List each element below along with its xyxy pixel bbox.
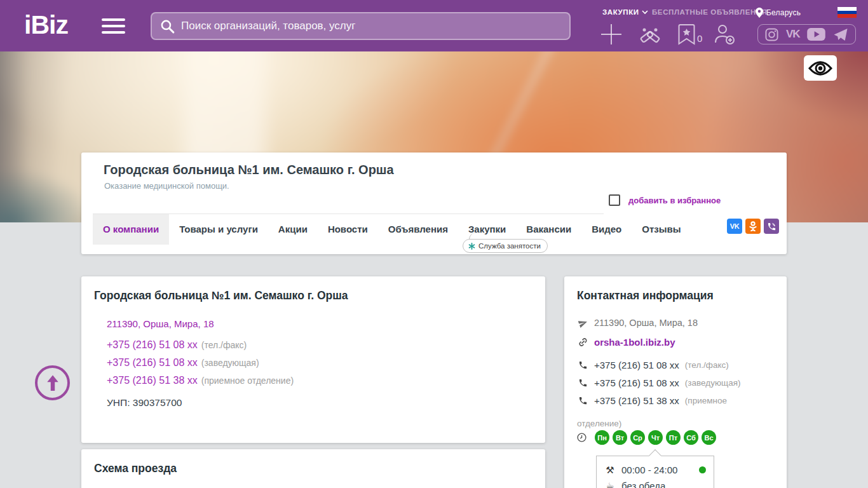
- purchases-link[interactable]: ЗАКУПКИ: [602, 8, 648, 16]
- chevron-down-icon: [642, 8, 648, 16]
- employment-service-badge[interactable]: Служба занятости: [463, 239, 548, 253]
- free-ads-link[interactable]: БЕСПЛАТНЫЕ ОБЪЯВЛЕНИЯ: [652, 8, 768, 16]
- up-arrow-icon: [45, 374, 60, 393]
- phone-icon: [577, 396, 588, 405]
- day-badge-thu-active[interactable]: Чт: [648, 430, 663, 445]
- tab-video[interactable]: Видео: [581, 214, 632, 245]
- website-link[interactable]: orsha-1bol.ibiz.by: [594, 337, 675, 348]
- work-hours: 00:00 - 24:00: [621, 464, 677, 475]
- favorite-checkbox[interactable]: [609, 194, 620, 206]
- contacts-title: Контактная информация: [577, 289, 714, 302]
- instagram-icon[interactable]: [765, 28, 778, 41]
- search-icon: [159, 18, 175, 34]
- add-company-icon[interactable]: [600, 23, 623, 46]
- day-badge-tue[interactable]: Вт: [613, 430, 627, 445]
- header: iBiz ЗАКУПКИ БЕСПЛАТНЫЕ ОБЪЯВЛЕНИЯ Белар…: [0, 0, 868, 51]
- about-card: Городская больница №1 им. Семашко г. Орш…: [81, 276, 545, 443]
- phone-note: (тел./факс): [201, 340, 247, 350]
- asterisk-icon: [468, 243, 475, 250]
- viber-share-icon[interactable]: [764, 219, 779, 234]
- company-card: Городская больница №1 им. Семашко г. Орш…: [81, 152, 787, 254]
- bookmark-star-icon[interactable]: [677, 24, 696, 45]
- phone-icon: [577, 378, 588, 388]
- website-row: orsha-1bol.ibiz.by: [577, 337, 675, 348]
- lunch-row: ☕ без обеда: [604, 478, 706, 488]
- phone-link[interactable]: +375 (216) 51 08 xx: [107, 357, 198, 368]
- tab-ads[interactable]: Объявления: [378, 214, 458, 245]
- map-pin-icon: [756, 8, 763, 18]
- send-arrow-icon: [577, 318, 588, 328]
- phone-icon: [577, 360, 588, 370]
- contact-phone-row: +375 (216) 51 08 xx (тел./факс): [577, 360, 729, 370]
- tab-about[interactable]: О компании: [93, 214, 169, 245]
- tooltip-arrow: [649, 449, 661, 462]
- company-subtitle: Оказание медицинской помощи.: [104, 181, 229, 191]
- logo[interactable]: iBiz: [24, 10, 68, 40]
- schedule-tooltip: ⚒ 00:00 - 24:00 ☕ без обеда: [596, 456, 714, 488]
- tab-products[interactable]: Товары и услуги: [169, 214, 268, 245]
- open-status-dot: [699, 466, 706, 473]
- share-buttons: VK: [727, 219, 779, 234]
- tab-reviews[interactable]: Отзывы: [632, 214, 691, 245]
- address-link[interactable]: 211390, Орша, Мира, 18: [107, 318, 214, 329]
- tab-news[interactable]: Новости: [318, 214, 378, 245]
- eye-icon: [808, 60, 832, 77]
- unp-number: УНП: 390375700: [107, 397, 182, 409]
- phone-note-wrap: отделение): [577, 416, 768, 431]
- phone-note: (заведующая): [201, 358, 259, 368]
- views-eye-button[interactable]: [804, 55, 837, 81]
- day-badge-mon[interactable]: Пн: [595, 430, 609, 445]
- youtube-icon[interactable]: [807, 28, 825, 41]
- phone-note: (тел./факс): [685, 360, 729, 370]
- day-badge-sun[interactable]: Вс: [702, 430, 716, 445]
- work-hours-row: ⚒ 00:00 - 24:00: [604, 462, 706, 478]
- favorite-label[interactable]: добавить в избранное: [628, 196, 721, 205]
- phone-row: +375 (216) 51 08 xx(тел./факс): [107, 339, 247, 351]
- contact-phone-row: +375 (216) 51 38 xx (приемное: [577, 395, 727, 406]
- phone-row: +375 (216) 51 08 xx(заведующая): [107, 357, 259, 369]
- work-hours-icon: ⚒: [604, 464, 616, 476]
- search-input[interactable]: [181, 20, 562, 32]
- company-title: Городская больница №1 им. Семашко г. Орш…: [104, 163, 394, 177]
- lunch-icon: ☕: [604, 480, 616, 488]
- contacts-card: Контактная информация 211390, Орша, Мира…: [564, 276, 787, 488]
- search-bar: [151, 12, 571, 40]
- user-add-icon[interactable]: [713, 24, 736, 45]
- about-title: Городская больница №1 им. Семашко г. Орш…: [94, 289, 348, 302]
- contact-address: 211390, Орша, Мира, 18: [594, 318, 698, 328]
- phone-link[interactable]: +375 (216) 51 38 xx: [107, 375, 198, 386]
- tab-promotions[interactable]: Акции: [268, 214, 318, 245]
- phone-note: (приемное: [685, 396, 727, 405]
- day-badge-fri[interactable]: Пт: [666, 430, 681, 445]
- link-icon: [577, 337, 588, 348]
- map-card: Схема проезда: [81, 449, 545, 488]
- menu-icon[interactable]: [102, 18, 125, 35]
- phone-note: (приемное отделение): [201, 376, 294, 386]
- header-social-links: VK: [757, 24, 856, 44]
- language-flag-ru-icon[interactable]: [837, 7, 857, 18]
- favorites-count: 0: [697, 33, 702, 44]
- phone-note: (заведующая): [685, 378, 741, 388]
- phone-link[interactable]: +375 (216) 51 08 xx: [594, 377, 679, 388]
- vk-share-icon[interactable]: VK: [727, 219, 742, 234]
- page: iBiz ЗАКУПКИ БЕСПЛАТНЫЕ ОБЪЯВЛЕНИЯ Белар…: [0, 0, 868, 488]
- handshake-icon[interactable]: [637, 24, 663, 45]
- phone-link[interactable]: +375 (216) 51 08 xx: [107, 339, 198, 350]
- day-badge-sat[interactable]: Сб: [684, 430, 698, 445]
- vk-icon[interactable]: VK: [786, 28, 800, 41]
- employment-service-label: Служба занятости: [478, 242, 541, 250]
- work-week: Пн Вт Ср Чт Пт Сб Вс: [595, 430, 716, 445]
- telegram-icon[interactable]: [833, 28, 848, 41]
- odnoklassniki-share-icon[interactable]: [745, 219, 761, 234]
- region-link[interactable]: Беларусь: [756, 8, 801, 18]
- phone-link[interactable]: +375 (216) 51 08 xx: [594, 360, 679, 370]
- phone-row: +375 (216) 51 38 xx(приемное отделение): [107, 375, 294, 386]
- map-title: Схема проезда: [94, 462, 177, 475]
- contact-phone-row: +375 (216) 51 08 xx (заведующая): [577, 377, 740, 388]
- scroll-top-button[interactable]: [35, 365, 70, 400]
- contact-address-row: 211390, Орша, Мира, 18: [577, 318, 698, 328]
- lunch-info: без обеда: [621, 480, 665, 488]
- day-badge-wed[interactable]: Ср: [630, 430, 645, 445]
- phone-link[interactable]: +375 (216) 51 38 xx: [594, 395, 679, 406]
- clock-icon: [576, 432, 587, 445]
